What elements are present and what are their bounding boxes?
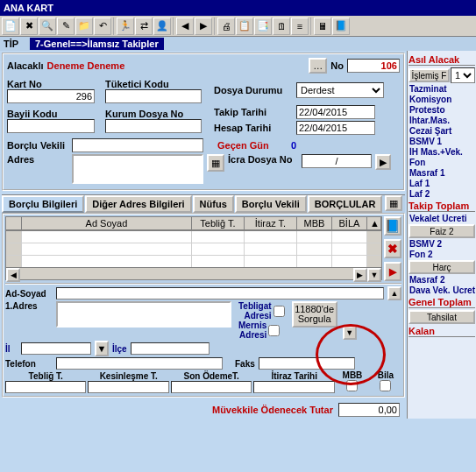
grid-scroll-up[interactable]: ▲ xyxy=(367,217,381,230)
toolbar-list-icon[interactable]: ≡ xyxy=(291,18,309,35)
grid-scroll-left[interactable]: ◀ xyxy=(6,268,20,282)
side-dava-vek-ucret[interactable]: Dava Vek. Ücret xyxy=(409,285,475,295)
toolbar-copy-icon[interactable]: 📋 xyxy=(236,18,253,35)
side-bsmv1[interactable]: BSMV 1 xyxy=(409,137,475,146)
sorgula-button[interactable]: 11880'de Sorgula xyxy=(292,301,337,328)
side-tahsilat-button[interactable]: Tahsilat xyxy=(409,310,475,324)
side-fon2[interactable]: Fon 2 xyxy=(409,250,475,259)
faks-input[interactable] xyxy=(259,357,355,370)
side-cezai-sart[interactable]: Cezai Şart xyxy=(409,126,475,136)
tab-diger-adres[interactable]: Diğer Adres Bilgileri xyxy=(85,195,191,213)
side-faiz2-button[interactable]: Faiz 2 xyxy=(409,224,475,238)
tuketici-kodu-input[interactable] xyxy=(105,89,202,103)
side-laf2[interactable]: Laf 2 xyxy=(409,189,475,199)
grid-header-itiraz[interactable]: İtiraz T. xyxy=(245,217,297,230)
side-bsmv2[interactable]: BSMV 2 xyxy=(409,239,475,249)
toolbar-transfer-icon[interactable]: ⇄ xyxy=(135,18,153,35)
toolbar-person-run-icon[interactable]: 🏃 xyxy=(117,18,134,35)
header-panel: Alacaklı Deneme Deneme … No Kart No Tüke… xyxy=(2,53,405,191)
side-laf1[interactable]: Laf 1 xyxy=(409,179,475,188)
adres-textarea[interactable] xyxy=(72,154,203,184)
mernis-checkbox[interactable] xyxy=(268,325,280,336)
toolbar-search-icon[interactable]: 🔍 xyxy=(39,18,56,35)
grid-scroll-right[interactable]: ▶ xyxy=(353,268,367,282)
grid-delete-button[interactable]: ✖ xyxy=(384,239,401,258)
side-protesto[interactable]: Protesto xyxy=(409,105,475,115)
hesap-tarihi-input[interactable] xyxy=(296,121,375,135)
grid-body[interactable]: ◀ ▶ ▼ xyxy=(5,231,382,280)
teblig-t-input[interactable] xyxy=(5,381,86,393)
il-dropdown[interactable]: ▼ xyxy=(95,341,109,356)
icra-dosya-no-input[interactable] xyxy=(302,154,372,168)
toolbar-calculator-icon[interactable]: 🖩 xyxy=(314,18,331,35)
tab-borclular[interactable]: BORÇLULAR xyxy=(308,195,383,213)
grid-header-mbb[interactable]: MBB xyxy=(297,217,332,230)
il-input[interactable] xyxy=(21,342,91,355)
detail-scroll-down[interactable]: ▼ xyxy=(343,326,357,340)
tebligat-checkbox[interactable] xyxy=(274,306,285,317)
ilce-input[interactable] xyxy=(131,342,210,355)
side-komisyon[interactable]: Komisyon xyxy=(409,95,475,104)
takip-tarihi-label: Takip Tarihi xyxy=(214,107,293,117)
toolbar-next-icon[interactable]: ▶ xyxy=(195,18,212,35)
toolbar-undo-icon[interactable]: ↶ xyxy=(94,18,111,35)
toolbar-new-icon[interactable]: 📄 xyxy=(2,18,19,35)
telefon-input[interactable] xyxy=(56,357,223,370)
mbb-checkbox[interactable] xyxy=(346,380,358,391)
takip-tarihi-input[interactable] xyxy=(296,105,375,119)
grid-header-bila[interactable]: BİLA xyxy=(332,217,367,230)
toolbar-user-icon[interactable]: 👤 xyxy=(153,18,171,35)
son-odeme-t-input[interactable] xyxy=(171,381,252,393)
ad-soyad-label: Ad-Soyad xyxy=(5,289,53,299)
side-harc-button[interactable]: Harç xyxy=(409,260,475,274)
side-tazminat[interactable]: Tazminat xyxy=(409,84,475,94)
adres-grid-button[interactable]: ▦ xyxy=(207,154,224,172)
grid-scroll-down[interactable]: ▼ xyxy=(367,268,381,282)
side-vekalet-ucreti[interactable]: Vekalet Ücreti xyxy=(409,214,475,223)
alacakli-lookup-button[interactable]: … xyxy=(309,58,327,74)
kesinlesme-t-input[interactable] xyxy=(88,381,168,393)
muvekkile-input[interactable] xyxy=(338,403,400,417)
grid-next-button[interactable]: ▶ xyxy=(384,262,401,281)
side-islemis-button[interactable]: İşlemiş F xyxy=(409,68,450,82)
toolbar-report-icon[interactable]: 📑 xyxy=(254,18,272,35)
side-ihtar-mas[interactable]: İhtar.Mas. xyxy=(409,116,475,125)
side-masraf2[interactable]: Masraf 2 xyxy=(409,275,475,285)
bayii-kodu-label: Bayii Kodu xyxy=(7,109,102,119)
toolbar-edit-icon[interactable]: ✎ xyxy=(57,18,75,35)
toolbar-book-icon[interactable]: 📘 xyxy=(332,18,350,35)
itiraz-tarihi-input[interactable] xyxy=(253,381,334,393)
icra-dosya-no-label: İcra Dosya No xyxy=(228,154,298,165)
tab-borclu-bilgileri[interactable]: Borçlu Bilgileri xyxy=(2,195,84,213)
grid-header-adsoyad[interactable]: Ad Soyad xyxy=(22,217,192,230)
tab-borclu-vekili[interactable]: Borçlu Vekili xyxy=(235,195,307,213)
bayii-kodu-input[interactable] xyxy=(7,119,95,133)
hesap-tarihi-label: Hesap Tarihi xyxy=(214,123,293,133)
detail-scroll-up[interactable]: ▲ xyxy=(387,286,401,300)
toolbar-separator xyxy=(173,18,174,35)
no-input[interactable] xyxy=(347,59,400,73)
side-ih-mas-vek[interactable]: İH Mas.+Vek. xyxy=(409,147,475,157)
mernis-label-1: Mernis xyxy=(238,321,266,330)
dosya-durumu-select[interactable]: Derdest xyxy=(296,82,384,98)
side-islemis-select[interactable]: 1. xyxy=(451,67,475,83)
dosya-durumu-label: Dosya Durumu xyxy=(214,85,293,95)
tab-nufus[interactable]: Nüfus xyxy=(193,195,234,213)
grid-header-teblig[interactable]: Tebliğ T. xyxy=(192,217,245,230)
toolbar-print-icon[interactable]: 🖨 xyxy=(217,18,235,35)
toolbar-delete-icon[interactable]: ✖ xyxy=(20,18,38,35)
borclu-vekili-input[interactable] xyxy=(72,138,203,152)
grid-doc-button[interactable]: 📘 xyxy=(384,216,401,236)
ad-soyad-input[interactable] xyxy=(56,287,384,299)
toolbar-calendar-icon[interactable]: 🗓 xyxy=(273,18,290,35)
tabs-grid-button[interactable]: ▦ xyxy=(385,195,402,211)
adres1-textarea[interactable] xyxy=(56,301,231,328)
side-fon[interactable]: Fon xyxy=(409,158,475,167)
side-masraf1[interactable]: Masraf 1 xyxy=(409,168,475,178)
bila-checkbox[interactable] xyxy=(380,380,391,391)
toolbar-prev-icon[interactable]: ◀ xyxy=(176,18,194,35)
icra-next-button[interactable]: ▶ xyxy=(375,154,391,170)
kurum-dosya-no-input[interactable] xyxy=(105,119,202,133)
toolbar-open-icon[interactable]: 📁 xyxy=(75,18,93,35)
kart-no-input[interactable] xyxy=(7,89,95,103)
